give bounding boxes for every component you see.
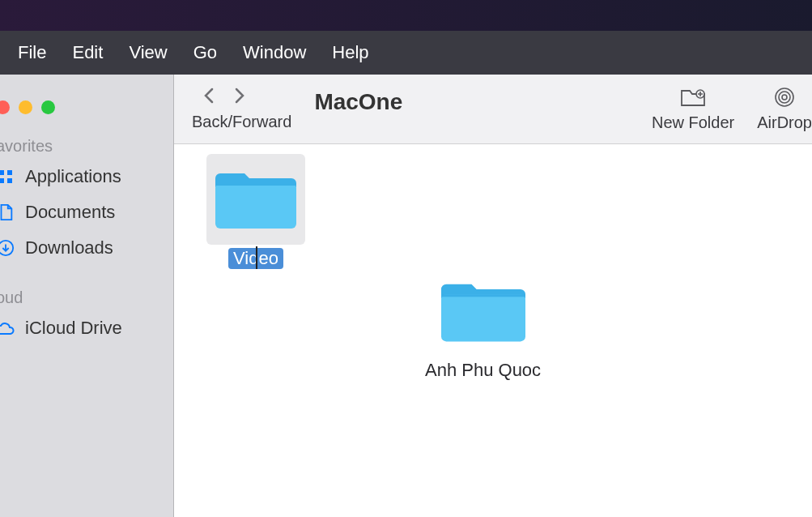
window-controls bbox=[0, 100, 173, 134]
content-area: Back/Forward MacOne New Folder AirDrop bbox=[174, 75, 812, 517]
forward-button[interactable] bbox=[234, 87, 245, 108]
airdrop-icon bbox=[773, 86, 796, 109]
minimize-button[interactable] bbox=[19, 100, 32, 114]
text-cursor bbox=[256, 246, 257, 269]
menu-help[interactable]: Help bbox=[332, 42, 368, 63]
menu-view[interactable]: View bbox=[129, 42, 167, 63]
nav-label: Back/Forward bbox=[192, 113, 291, 131]
close-button[interactable] bbox=[0, 100, 10, 114]
sidebar-section-favorites: avorites bbox=[0, 134, 173, 159]
folder-icon bbox=[215, 167, 296, 232]
menu-file[interactable]: File bbox=[18, 42, 46, 63]
sidebar-item-label: Documents bbox=[25, 202, 115, 223]
folder-icon-wrap bbox=[206, 154, 305, 245]
menu-go[interactable]: Go bbox=[193, 42, 217, 63]
document-icon bbox=[0, 203, 15, 222]
svg-rect-8 bbox=[441, 294, 525, 297]
toolbar: Back/Forward MacOne New Folder AirDrop bbox=[174, 75, 812, 144]
folder-icon-wrap bbox=[434, 266, 533, 357]
download-icon bbox=[0, 238, 15, 258]
desktop-background bbox=[0, 0, 812, 31]
new-folder-button[interactable]: New Folder bbox=[652, 86, 734, 132]
svg-point-0 bbox=[0, 241, 13, 255]
sidebar: avorites Applications Documents Download… bbox=[0, 75, 174, 517]
cloud-icon bbox=[0, 318, 15, 338]
folder-video[interactable]: Video bbox=[206, 154, 305, 269]
menu-edit[interactable]: Edit bbox=[72, 42, 103, 63]
sidebar-item-label: iCloud Drive bbox=[25, 318, 122, 339]
svg-rect-7 bbox=[441, 294, 525, 341]
toolbar-btn-label: AirDrop bbox=[757, 113, 812, 132]
svg-point-3 bbox=[779, 92, 790, 103]
finder-window: avorites Applications Documents Download… bbox=[0, 75, 812, 517]
sidebar-item-documents[interactable]: Documents bbox=[0, 194, 173, 230]
sidebar-section-icloud: oud bbox=[0, 285, 173, 310]
toolbar-btn-label: New Folder bbox=[652, 113, 734, 132]
maximize-button[interactable] bbox=[41, 100, 55, 114]
new-folder-icon bbox=[680, 86, 706, 109]
folder-name[interactable]: Anh Phu Quoc bbox=[425, 360, 541, 381]
sidebar-item-downloads[interactable]: Downloads bbox=[0, 230, 173, 266]
folder-name-edit[interactable]: Video bbox=[228, 248, 283, 269]
svg-point-2 bbox=[782, 95, 787, 100]
airdrop-button[interactable]: AirDrop bbox=[757, 86, 812, 132]
svg-rect-5 bbox=[215, 183, 296, 229]
sidebar-item-label: Downloads bbox=[25, 237, 113, 258]
nav-group: Back/Forward bbox=[192, 87, 291, 131]
applications-icon bbox=[0, 167, 15, 186]
icons-area[interactable]: Video Anh Phu Quoc bbox=[174, 144, 812, 517]
back-button[interactable] bbox=[203, 87, 215, 108]
folder-icon bbox=[441, 277, 525, 345]
menu-window[interactable]: Window bbox=[243, 42, 306, 63]
folder-anh-phu-quoc[interactable]: Anh Phu Quoc bbox=[425, 266, 541, 381]
sidebar-item-icloud[interactable]: iCloud Drive bbox=[0, 310, 173, 346]
window-title: MacOne bbox=[314, 89, 402, 115]
menubar: File Edit View Go Window Help bbox=[0, 31, 812, 75]
svg-rect-6 bbox=[215, 183, 296, 186]
sidebar-item-applications[interactable]: Applications bbox=[0, 159, 173, 194]
sidebar-item-label: Applications bbox=[25, 166, 121, 187]
